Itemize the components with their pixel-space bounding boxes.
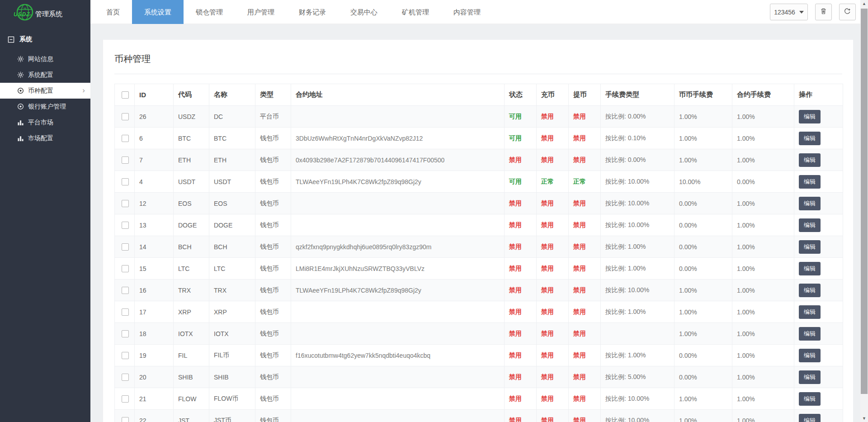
cell-withdraw: 禁用 — [569, 106, 601, 128]
edit-button[interactable]: 编辑 — [799, 414, 821, 422]
row-checkbox[interactable] — [122, 222, 129, 229]
cell-deposit: 禁用 — [537, 128, 569, 149]
nav-item[interactable]: 系统设置 — [132, 0, 184, 24]
sidebar-item[interactable]: 市场配置 — [0, 130, 90, 146]
row-checkbox[interactable] — [122, 308, 129, 316]
cell-code: EOS — [174, 193, 209, 214]
row-checkbox[interactable] — [122, 135, 129, 142]
sidebar-item[interactable]: 网站信息 — [0, 51, 90, 67]
cell-coin_fee: 1.00% — [675, 280, 732, 301]
row-select-cell — [115, 410, 135, 422]
sidebar-item[interactable]: 平台市场 — [0, 114, 90, 130]
cell-deposit: 禁用 — [537, 410, 569, 422]
cell-withdraw: 禁用 — [569, 301, 601, 323]
row-checkbox[interactable] — [122, 265, 129, 272]
row-checkbox[interactable] — [122, 178, 129, 185]
edit-button[interactable]: 编辑 — [799, 197, 821, 210]
row-select-cell — [115, 388, 135, 410]
sidebar: 系统 网站信息系统配置币种配置›银行账户管理平台市场市场配置 — [0, 24, 90, 422]
title-divider — [114, 74, 842, 74]
logout-button[interactable] — [839, 4, 856, 20]
cell-coin_fee: 0.00% — [675, 214, 732, 236]
cell-deposit: 禁用 — [537, 388, 569, 410]
sidebar-item[interactable]: 系统配置 — [0, 67, 90, 83]
nav-item[interactable]: 用户管理 — [235, 0, 287, 24]
nav-item[interactable]: 矿机管理 — [390, 0, 441, 24]
cell-code: IOTX — [174, 323, 209, 345]
cell-status: 禁用 — [505, 366, 537, 388]
row-select-cell — [115, 193, 135, 214]
row-checkbox[interactable] — [122, 243, 129, 251]
row-checkbox[interactable] — [122, 287, 129, 294]
row-select-cell — [115, 149, 135, 171]
edit-button[interactable]: 编辑 — [799, 132, 821, 145]
edit-button[interactable]: 编辑 — [799, 370, 821, 384]
edit-button[interactable]: 编辑 — [799, 110, 821, 123]
page-scrollbar[interactable]: ▲ ▼ — [860, 0, 868, 422]
select-all-checkbox[interactable] — [122, 91, 129, 99]
scrollbar-thumb[interactable] — [861, 9, 868, 394]
cell-actions: 编辑 — [794, 345, 843, 366]
edit-button[interactable]: 编辑 — [799, 392, 821, 406]
edit-button[interactable]: 编辑 — [799, 349, 821, 362]
edit-button[interactable]: 编辑 — [799, 240, 821, 254]
edit-button[interactable]: 编辑 — [799, 284, 821, 297]
row-checkbox[interactable] — [122, 113, 129, 120]
row-checkbox[interactable] — [122, 417, 129, 422]
cell-code: DOGE — [174, 214, 209, 236]
user-dropdown[interactable]: 123456 — [770, 4, 808, 20]
sidebar-item[interactable]: 币种配置› — [0, 83, 90, 99]
cell-actions: 编辑 — [794, 128, 843, 149]
edit-button[interactable]: 编辑 — [799, 218, 821, 232]
nav-item[interactable]: 首页 — [94, 0, 132, 24]
row-checkbox[interactable] — [122, 352, 129, 359]
scroll-up-arrow-icon[interactable]: ▲ — [860, 1, 868, 6]
cell-status: 禁用 — [505, 388, 537, 410]
cell-contract_fee: 1.00% — [732, 301, 794, 323]
cell-code: LTC — [174, 258, 209, 280]
cell-withdraw: 禁用 — [569, 366, 601, 388]
cell-coin_fee: 10.00% — [675, 171, 732, 193]
sidebar-section-system[interactable]: 系统 — [0, 24, 90, 51]
cell-fee_type: 按比例: 0.00% — [601, 106, 675, 128]
nav-item[interactable]: 交易中心 — [338, 0, 390, 24]
cell-status: 禁用 — [505, 323, 537, 345]
nav-item[interactable]: 锁仓管理 — [184, 0, 235, 24]
edit-button[interactable]: 编辑 — [799, 262, 821, 275]
cell-address — [291, 214, 505, 236]
table-row: 20SHIBSHIB钱包币禁用禁用禁用按比例: 5.00%0.00%1.00%编… — [115, 366, 843, 388]
trash-button[interactable] — [815, 4, 832, 20]
cell-actions: 编辑 — [794, 323, 843, 345]
nav-item[interactable]: 财务记录 — [287, 0, 338, 24]
row-checkbox[interactable] — [122, 156, 129, 164]
scroll-down-arrow-icon[interactable]: ▼ — [860, 416, 868, 421]
cell-fee_type: 按比例: 1.00% — [601, 301, 675, 323]
cell-actions: 编辑 — [794, 410, 843, 422]
cell-code: BCH — [174, 236, 209, 258]
nav-item[interactable]: 内容管理 — [441, 0, 493, 24]
edit-button[interactable]: 编辑 — [799, 327, 821, 341]
sidebar-item[interactable]: 银行账户管理 — [0, 99, 90, 114]
row-checkbox[interactable] — [122, 374, 129, 381]
cell-id: 21 — [135, 388, 174, 410]
edit-button[interactable]: 编辑 — [799, 305, 821, 319]
cell-status: 禁用 — [505, 193, 537, 214]
cell-id: 13 — [135, 214, 174, 236]
row-checkbox[interactable] — [122, 200, 129, 207]
column-header: 状态 — [505, 84, 537, 106]
cell-withdraw: 禁用 — [569, 388, 601, 410]
cell-type: 钱包币 — [255, 280, 291, 301]
cell-fee_type: 按比例: 10.00% — [601, 280, 675, 301]
row-checkbox[interactable] — [122, 395, 129, 403]
coin-table-wrap: ID代码名称类型合约地址状态充币提币手续费类型币币手续费合约手续费操作 26US… — [114, 84, 842, 422]
cell-code: JST — [174, 410, 209, 422]
edit-button[interactable]: 编辑 — [799, 175, 821, 189]
table-row: 26USDZDC平台币可用禁用禁用按比例: 0.00%1.00%1.00%编辑 — [115, 106, 843, 128]
edit-button[interactable]: 编辑 — [799, 153, 821, 167]
cell-address: qzkf2fxnq9pnygkkdhqhj6ue0895rq0lry83zgz9… — [291, 236, 505, 258]
cell-contract_fee: 1.00% — [732, 410, 794, 422]
cell-name: BTC — [209, 128, 255, 149]
row-checkbox[interactable] — [122, 330, 129, 337]
row-select-cell — [115, 258, 135, 280]
table-row: 12EOSEOS钱包币禁用禁用禁用按比例: 10.00%0.00%1.00%编辑 — [115, 193, 843, 214]
